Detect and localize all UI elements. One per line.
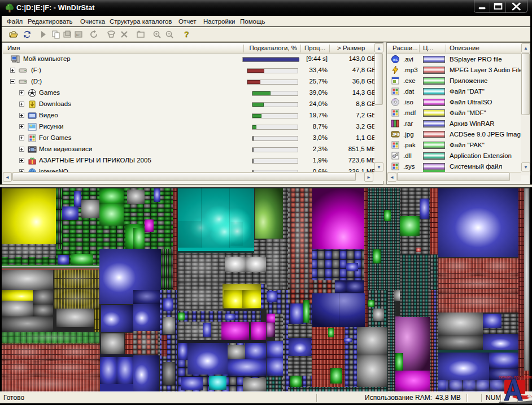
svg-text:JPG: JPG [393,133,400,137]
svg-text:BS: BS [393,58,398,61]
svg-text:C:: C: [76,33,80,37]
svg-text:?: ? [184,30,189,39]
